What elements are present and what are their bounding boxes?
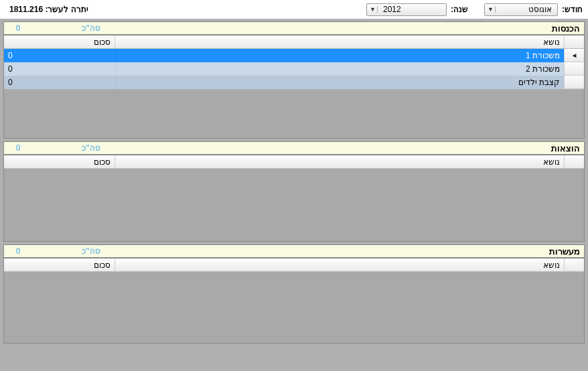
expenses-total-label: סה"כ bbox=[82, 143, 100, 153]
col-header-amount[interactable]: סכום bbox=[4, 155, 115, 168]
tithe-total-label: סה"כ bbox=[82, 246, 100, 256]
row-selector-header bbox=[564, 35, 584, 48]
month-label: חודש: bbox=[562, 5, 583, 14]
cell-subject[interactable]: משכורת 1 bbox=[115, 49, 564, 62]
row-indicator-icon bbox=[564, 62, 584, 76]
row-selector-header bbox=[564, 258, 584, 271]
income-grid-header: נושא סכום bbox=[4, 35, 584, 49]
table-row[interactable]: משכורת 2 0 bbox=[4, 62, 584, 76]
income-grid: נושא סכום משכורת 1 0 משכורת 2 0 קצבת ילד… bbox=[3, 35, 585, 139]
col-header-subject[interactable]: נושא bbox=[115, 155, 564, 168]
expenses-panel: הוצאות סה"כ 0 נושא סכום bbox=[3, 141, 585, 242]
tithe-header: מעשרות סה"כ 0 bbox=[3, 244, 585, 258]
expenses-grid-header: נושא סכום bbox=[4, 155, 584, 169]
table-row[interactable]: משכורת 1 0 bbox=[4, 49, 584, 62]
income-panel: הכנסות סה"כ 0 נושא סכום משכורת 1 0 משכור… bbox=[3, 21, 585, 139]
month-value: אוגוסט bbox=[497, 5, 555, 14]
row-indicator-icon bbox=[564, 76, 584, 89]
cell-subject[interactable]: משכורת 2 bbox=[115, 62, 564, 76]
expenses-header: הוצאות סה"כ 0 bbox=[3, 141, 585, 155]
top-toolbar: חודש: אוגוסט ▼ שנה: 2012 ▼ יתרה לעשר: 18… bbox=[0, 0, 588, 19]
tithe-grid-header: נושא סכום bbox=[4, 258, 584, 272]
tithe-title: מעשרות bbox=[549, 246, 580, 256]
year-label: שנה: bbox=[451, 5, 468, 14]
col-header-amount[interactable]: סכום bbox=[4, 258, 115, 271]
balance-label: יתרה לעשר: bbox=[45, 5, 88, 14]
income-grid-body: משכורת 1 0 משכורת 2 0 קצבת ילדים 0 bbox=[4, 49, 584, 89]
tithe-total-value: 0 bbox=[8, 246, 28, 256]
income-title: הכנסות bbox=[552, 23, 580, 33]
cell-subject[interactable]: קצבת ילדים bbox=[115, 76, 564, 89]
tithe-grid: נושא סכום bbox=[3, 258, 585, 344]
table-row[interactable]: קצבת ילדים 0 bbox=[4, 76, 584, 89]
year-select[interactable]: 2012 ▼ bbox=[366, 3, 447, 16]
col-header-subject[interactable]: נושא bbox=[115, 258, 564, 271]
row-selector-header bbox=[564, 155, 584, 168]
income-total-value: 0 bbox=[8, 23, 28, 33]
income-header: הכנסות סה"כ 0 bbox=[3, 21, 585, 35]
row-indicator-icon bbox=[564, 49, 584, 62]
col-header-amount[interactable]: סכום bbox=[4, 35, 115, 48]
cell-amount[interactable]: 0 bbox=[4, 76, 115, 89]
tithe-panel: מעשרות סה"כ 0 נושא סכום bbox=[3, 244, 585, 344]
expenses-total-value: 0 bbox=[8, 143, 28, 153]
cell-amount[interactable]: 0 bbox=[4, 62, 115, 76]
balance-value: 1811.216 bbox=[9, 5, 43, 14]
dropdown-arrow-icon: ▼ bbox=[368, 6, 378, 13]
expenses-title: הוצאות bbox=[551, 143, 580, 153]
cell-amount[interactable]: 0 bbox=[4, 49, 115, 62]
income-total-label: סה"כ bbox=[82, 23, 100, 33]
month-select[interactable]: אוגוסט ▼ bbox=[484, 3, 558, 16]
col-header-subject[interactable]: נושא bbox=[115, 35, 564, 48]
balance-display: יתרה לעשר: 1811.216 bbox=[5, 5, 88, 14]
dropdown-arrow-icon: ▼ bbox=[486, 6, 496, 13]
expenses-grid: נושא סכום bbox=[3, 155, 585, 242]
year-value: 2012 bbox=[379, 5, 443, 14]
